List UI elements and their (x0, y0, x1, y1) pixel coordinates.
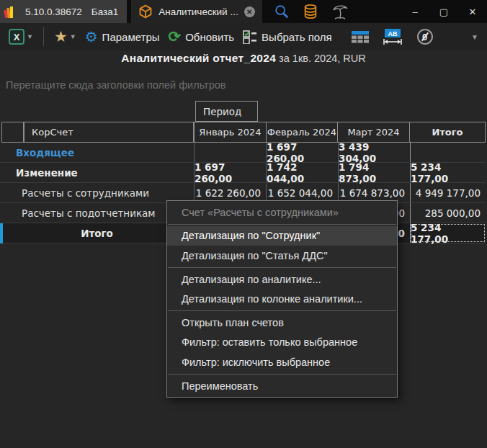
svg-text:AB: AB (388, 30, 397, 37)
report-title-main: Аналитический отчет_2024 (121, 52, 276, 64)
export-excel-button[interactable]: X ▼ (4, 26, 37, 48)
vacation-umbrella-icon[interactable] (331, 3, 349, 20)
toolbar-overflow-caret-icon[interactable]: ▼ (471, 33, 483, 41)
database-icon[interactable] (303, 4, 318, 19)
favorites-button[interactable]: ★ ▼ (50, 26, 81, 48)
refresh-icon: ⟳ (169, 28, 182, 45)
row-label[interactable]: Изменение (0, 163, 194, 182)
toolbar-separator (43, 27, 44, 46)
maximize-button[interactable]: ▢ (429, 0, 458, 23)
table-cell[interactable]: 1 622 260,00 (194, 183, 266, 202)
select-fields-button[interactable]: Выбрать поля (238, 26, 336, 48)
parameters-button[interactable]: ⚙ Параметры (81, 26, 164, 48)
table-cell[interactable]: 4 949 177,00 (410, 183, 486, 202)
search-icon[interactable] (274, 4, 290, 19)
app-version-segment: 5.10.0.38672 База1 (0, 0, 127, 23)
context-menu-item[interactable]: Открыть план счетов (167, 313, 397, 333)
report-title: Аналитический отчет_2024 за 1кв. 2024, R… (0, 52, 487, 65)
context-menu-item: Счет «Расчеты с сотрудниками» (167, 202, 397, 223)
tab-close-icon[interactable]: ✕ (244, 6, 255, 17)
menu-separator (168, 267, 396, 268)
context-menu-item[interactable]: Детализация по "Сотрудник" (167, 226, 397, 246)
filter-drop-zone[interactable]: Перетащите сюда заголовки полей фильтров (6, 79, 226, 91)
table-row[interactable]: Входящее1 697 260,003 439 304,00 (0, 143, 486, 163)
context-menu-item[interactable]: Фильтр: исключить выбранное (167, 352, 397, 372)
row-selector-header-cell[interactable] (1, 122, 24, 143)
table-cell[interactable] (410, 143, 486, 162)
table-cell[interactable] (194, 143, 266, 162)
column-width-button[interactable]: AB (378, 26, 407, 48)
row-label[interactable]: Итого (0, 223, 194, 243)
favorites-star-icon: ★ (54, 28, 68, 45)
app-version: 5.10.0.38672 (25, 6, 82, 17)
table-cell[interactable]: 1 697 260,00 (194, 163, 266, 182)
table-cell[interactable]: 1 674 873,00 (338, 183, 410, 202)
menu-separator (168, 374, 396, 375)
context-menu-item[interactable]: Детализация по аналитике... (167, 269, 397, 290)
select-fields-icon (243, 30, 257, 44)
period-field-button[interactable]: Период (195, 101, 258, 122)
table-cell[interactable]: 5 234 177,00 (410, 223, 486, 243)
context-menu-item[interactable]: Фильтр: оставить только выбранное (167, 333, 397, 353)
grid-view-button[interactable] (347, 26, 374, 48)
row-label[interactable]: Расчеты с подотчетникам (0, 203, 194, 223)
table-cell[interactable]: 1 697 260,00 (266, 143, 338, 162)
tab-title: Аналитический ... (158, 6, 238, 17)
row-label[interactable]: Расчеты с сотрудниками (0, 183, 194, 202)
chevron-down-icon[interactable]: ▼ (70, 33, 76, 40)
table-cell[interactable]: 285 000,00 (410, 203, 486, 223)
table-cell[interactable]: 3 439 304,00 (338, 143, 410, 162)
column-width-icon: AB (383, 28, 403, 45)
chevron-down-icon[interactable]: ▼ (27, 33, 33, 40)
app-window: 5.10.0.38672 База1 Аналитический ... ✕ (0, 0, 487, 448)
database-name[interactable]: База1 (91, 6, 118, 17)
context-menu-item[interactable]: Переименовать (167, 376, 397, 396)
toolbar: X ▼ ★ ▼ ⚙ Параметры ⟳ Обновить (0, 23, 487, 50)
table-cell[interactable]: 1 652 044,00 (266, 183, 338, 202)
column-header[interactable]: Январь 2024 (194, 122, 267, 143)
column-header[interactable]: Март 2024 (337, 122, 410, 143)
table-cell[interactable]: 1 794 873,00 (338, 163, 410, 182)
table-row[interactable]: Изменение1 697 260,001 742 044,001 794 8… (0, 163, 486, 183)
row-label[interactable]: Входящее (0, 143, 194, 162)
context-menu: Счет «Расчеты с сотрудниками»Детализация… (166, 200, 398, 398)
table-cell[interactable]: 5 234 177,00 (410, 163, 486, 182)
window-controls: – ▢ ✕ (401, 0, 487, 23)
menu-separator (168, 224, 396, 225)
hide-zero-values-button[interactable]: 0 (413, 26, 437, 48)
column-header-total[interactable]: Итого (409, 122, 486, 143)
report-title-period: за 1кв. 2024, RUR (276, 53, 366, 64)
document-tab[interactable]: Аналитический ... ✕ (131, 0, 262, 23)
context-menu-item[interactable]: Детализация по "Статья ДДС" (167, 246, 397, 266)
excel-icon: X (9, 29, 24, 45)
refresh-button[interactable]: ⟳ Обновить (164, 26, 239, 48)
selected-row-indicator (0, 223, 3, 243)
grid-view-icon (351, 30, 370, 44)
zero-values-icon: 0 (417, 29, 433, 45)
menu-separator (168, 310, 396, 311)
minimize-button[interactable]: – (401, 0, 429, 23)
titlebar: 5.10.0.38672 База1 Аналитический ... ✕ (0, 0, 487, 23)
korschet-field-button[interactable]: КорСчет (24, 122, 194, 143)
table-cell[interactable]: 1 742 044,00 (266, 163, 338, 182)
column-header[interactable]: Февраль 2024 (266, 122, 338, 143)
app-logo-icon (3, 4, 19, 19)
table-header-row: КорСчет Январь 2024 Февраль 2024 Март 20… (0, 122, 487, 143)
context-menu-item[interactable]: Детализация по колонке аналитики... (167, 289, 397, 309)
cube-icon (138, 4, 153, 19)
gear-icon: ⚙ (85, 28, 98, 45)
close-button[interactable]: ✕ (458, 0, 487, 23)
